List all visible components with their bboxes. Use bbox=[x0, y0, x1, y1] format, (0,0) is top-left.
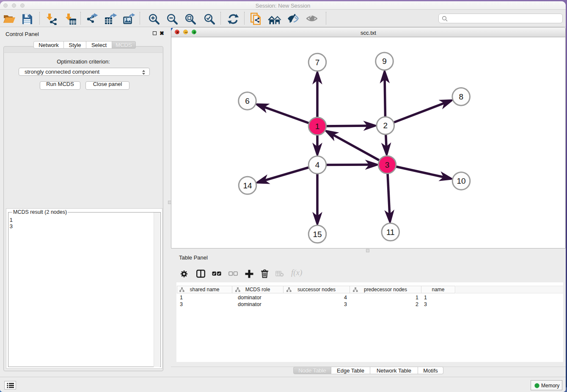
svg-text:1: 1 bbox=[315, 122, 320, 131]
svg-text:2: 2 bbox=[383, 121, 388, 130]
svg-text:15: 15 bbox=[313, 230, 322, 239]
svg-text:3: 3 bbox=[385, 160, 390, 169]
svg-text:8: 8 bbox=[459, 92, 463, 101]
svg-text:14: 14 bbox=[243, 181, 252, 190]
svg-text:11: 11 bbox=[386, 228, 395, 237]
svg-text:4: 4 bbox=[315, 160, 320, 169]
svg-text:6: 6 bbox=[245, 97, 250, 105]
svg-text:10: 10 bbox=[457, 177, 465, 185]
svg-text:7: 7 bbox=[315, 58, 320, 67]
svg-text:9: 9 bbox=[382, 57, 387, 66]
